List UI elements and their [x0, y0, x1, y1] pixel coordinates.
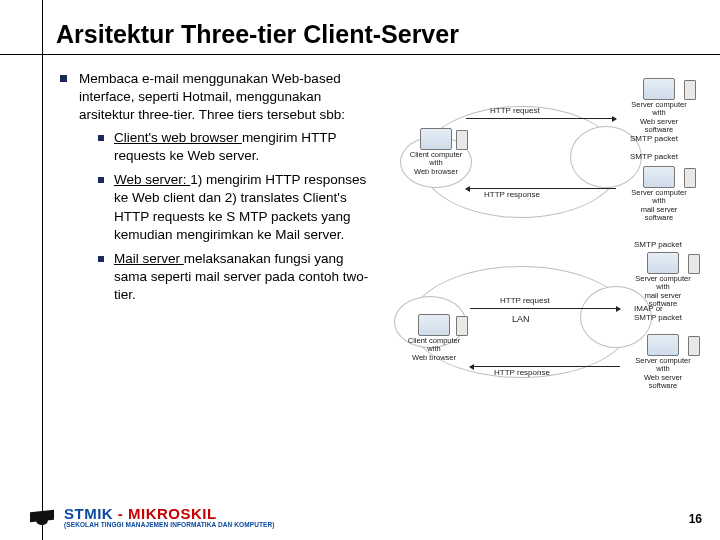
bullet-icon	[98, 135, 104, 141]
brand-sub: (SEKOLAH TINGGI MANAJEMEN INFORMATIKA DA…	[64, 522, 275, 529]
arrow-http-resp-bottom	[470, 366, 620, 367]
lbl-http-resp-bottom: HTTP response	[494, 368, 550, 377]
lbl-http-req-bottom: HTTP request	[500, 296, 550, 305]
bottom-mail-server: Server computer with mail server softwar…	[628, 252, 698, 308]
top-mail-server: Server computer with mail server softwar…	[624, 166, 694, 222]
point-1-lead: Client's web browser	[114, 130, 242, 145]
lbl-smtp2-top: SMTP packet	[630, 152, 678, 161]
top-mail-server-label: Server computer with mail server softwar…	[624, 189, 694, 222]
monitor-icon	[418, 314, 450, 336]
point-2-text: Web server: 1) mengirim HTTP responses k…	[114, 171, 370, 244]
point-3-text: Mail server melaksanakan fungsi yang sam…	[114, 250, 370, 305]
lbl-smtp-bottom: SMTP packet	[634, 240, 682, 249]
brand-dash: -	[113, 505, 128, 522]
footer-logo: STMIK - MIKROSKIL (SEKOLAH TINGGI MANAJE…	[28, 506, 275, 529]
intro-text: Membaca e-mail menggunakan Web-based int…	[79, 70, 370, 125]
sub-list: Client's web browser mengirim HTTP reque…	[98, 129, 370, 305]
bottom-web-server-label: Server computer with Web server software	[628, 357, 698, 390]
content-area: Membaca e-mail menggunakan Web-based int…	[60, 70, 370, 311]
point-2-lead: Web server:	[114, 172, 190, 187]
tower-icon	[684, 80, 696, 100]
top-web-server: Server computer with Web server software	[624, 78, 694, 134]
monitor-icon	[643, 78, 675, 100]
monitor-icon	[643, 166, 675, 188]
tower-icon	[688, 336, 700, 356]
point-3-lead: Mail server	[114, 251, 184, 266]
top-client-label: Client computer with Web browser	[406, 151, 466, 176]
lbl-smtp-top: SMTP packet	[630, 134, 678, 143]
graduation-cap-icon	[28, 507, 56, 527]
bottom-client: Client computer with Web browser	[402, 314, 466, 362]
lbl-imap-bottom: IMAP or SMTP packet	[634, 304, 682, 322]
point-2: Web server: 1) mengirim HTTP responses k…	[98, 171, 370, 244]
top-client: Client computer with Web browser	[406, 128, 466, 176]
lbl-http-req-top: HTTP request	[490, 106, 540, 115]
tower-icon	[688, 254, 700, 274]
monitor-icon	[420, 128, 452, 150]
slide-title: Arsitektur Three-tier Client-Server	[56, 20, 459, 49]
point-1: Client's web browser mengirim HTTP reque…	[98, 129, 370, 165]
arrow-http-req-top	[466, 118, 616, 119]
brand-main: STMIK - MIKROSKIL	[64, 506, 275, 521]
arrow-http-req-bottom	[470, 308, 620, 309]
bottom-web-server: Server computer with Web server software	[628, 334, 698, 390]
horizontal-rule	[0, 54, 720, 55]
point-1-text: Client's web browser mengirim HTTP reque…	[114, 129, 370, 165]
monitor-icon	[647, 334, 679, 356]
tower-icon	[456, 130, 468, 150]
top-web-server-label: Server computer with Web server software	[624, 101, 694, 134]
bottom-client-label: Client computer with Web browser	[402, 337, 466, 362]
lbl-lan: LAN	[512, 314, 530, 324]
arrow-http-resp-top	[466, 188, 616, 189]
brand-mikroskil: MIKROSKIL	[128, 505, 217, 522]
monitor-icon	[647, 252, 679, 274]
slide: Arsitektur Three-tier Client-Server Memb…	[0, 0, 720, 540]
brand-block: STMIK - MIKROSKIL (SEKOLAH TINGGI MANAJE…	[64, 506, 275, 529]
brand-stmik: STMIK	[64, 505, 113, 522]
bullet-icon	[98, 256, 104, 262]
page-number: 16	[689, 512, 702, 526]
bullet-icon	[98, 177, 104, 183]
lbl-http-resp-top: HTTP response	[484, 190, 540, 199]
bullet-icon	[60, 75, 67, 82]
tower-icon	[456, 316, 468, 336]
tower-icon	[684, 168, 696, 188]
intro-bullet: Membaca e-mail menggunakan Web-based int…	[60, 70, 370, 125]
point-3: Mail server melaksanakan fungsi yang sam…	[98, 250, 370, 305]
network-diagram: Client computer with Web browser Server …	[380, 76, 700, 396]
vertical-rule	[42, 0, 43, 540]
